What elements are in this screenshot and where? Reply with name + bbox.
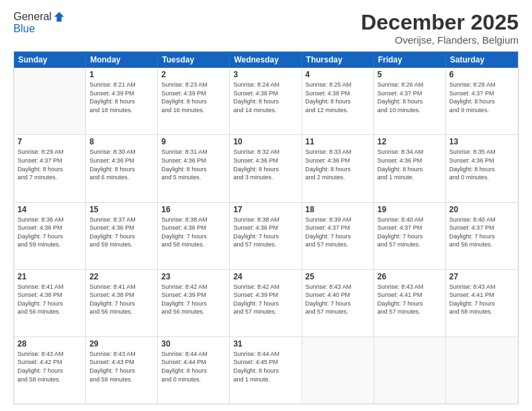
title-block: December 2025 Overijse, Flanders, Belgiu… <box>361 11 519 46</box>
cell-info: Sunrise: 8:43 AM Sunset: 4:42 PM Dayligh… <box>17 350 82 383</box>
day-number: 15 <box>89 205 154 214</box>
header-day-thursday: Thursday <box>302 52 374 68</box>
calendar-cell: 13Sunrise: 8:35 AM Sunset: 4:36 PM Dayli… <box>446 135 518 201</box>
calendar-cell: 24Sunrise: 8:42 AM Sunset: 4:39 PM Dayli… <box>230 270 302 336</box>
header-day-saturday: Saturday <box>446 52 518 68</box>
cell-info: Sunrise: 8:41 AM Sunset: 4:38 PM Dayligh… <box>17 283 82 316</box>
cell-info: Sunrise: 8:40 AM Sunset: 4:37 PM Dayligh… <box>449 216 515 249</box>
day-number: 20 <box>449 205 515 214</box>
calendar-cell: 19Sunrise: 8:40 AM Sunset: 4:37 PM Dayli… <box>374 203 446 269</box>
calendar-cell: 7Sunrise: 8:29 AM Sunset: 4:37 PM Daylig… <box>14 135 86 201</box>
calendar-cell: 18Sunrise: 8:39 AM Sunset: 4:37 PM Dayli… <box>302 203 374 269</box>
day-number: 13 <box>449 137 515 146</box>
cell-info: Sunrise: 8:42 AM Sunset: 4:39 PM Dayligh… <box>233 283 298 316</box>
calendar-cell <box>374 337 446 404</box>
day-number: 22 <box>89 272 154 281</box>
calendar-cell: 21Sunrise: 8:41 AM Sunset: 4:38 PM Dayli… <box>14 270 86 336</box>
cell-info: Sunrise: 8:37 AM Sunset: 4:36 PM Dayligh… <box>89 216 154 249</box>
calendar-cell: 8Sunrise: 8:30 AM Sunset: 4:36 PM Daylig… <box>86 135 158 201</box>
cell-info: Sunrise: 8:29 AM Sunset: 4:37 PM Dayligh… <box>17 148 82 181</box>
calendar-cell: 2Sunrise: 8:23 AM Sunset: 4:39 PM Daylig… <box>158 68 230 134</box>
cell-info: Sunrise: 8:43 AM Sunset: 4:43 PM Dayligh… <box>89 350 154 383</box>
calendar-cell: 17Sunrise: 8:38 AM Sunset: 4:36 PM Dayli… <box>230 203 302 269</box>
day-number: 14 <box>17 205 82 214</box>
cell-info: Sunrise: 8:35 AM Sunset: 4:36 PM Dayligh… <box>449 148 515 181</box>
cell-info: Sunrise: 8:39 AM Sunset: 4:37 PM Dayligh… <box>306 216 370 249</box>
day-number: 29 <box>89 339 154 349</box>
logo: General Blue <box>13 11 65 35</box>
calendar-row-3: 14Sunrise: 8:36 AM Sunset: 4:36 PM Dayli… <box>14 202 518 269</box>
cell-info: Sunrise: 8:41 AM Sunset: 4:38 PM Dayligh… <box>89 283 154 316</box>
location-title: Overijse, Flanders, Belgium <box>361 34 519 46</box>
calendar-row-1: 1Sunrise: 8:21 AM Sunset: 4:39 PM Daylig… <box>14 68 518 134</box>
calendar-cell: 9Sunrise: 8:31 AM Sunset: 4:36 PM Daylig… <box>158 135 230 201</box>
header-day-sunday: Sunday <box>14 52 86 68</box>
day-number: 17 <box>233 205 298 214</box>
cell-info: Sunrise: 8:43 AM Sunset: 4:41 PM Dayligh… <box>449 283 515 316</box>
cell-info: Sunrise: 8:43 AM Sunset: 4:40 PM Dayligh… <box>306 283 370 316</box>
day-number: 19 <box>378 205 442 214</box>
calendar-cell: 31Sunrise: 8:44 AM Sunset: 4:45 PM Dayli… <box>230 337 302 404</box>
day-number: 4 <box>306 70 370 79</box>
day-number: 18 <box>306 205 370 214</box>
day-number: 8 <box>89 137 154 146</box>
day-number: 28 <box>17 339 82 349</box>
calendar-cell: 28Sunrise: 8:43 AM Sunset: 4:42 PM Dayli… <box>14 337 86 404</box>
calendar-cell: 14Sunrise: 8:36 AM Sunset: 4:36 PM Dayli… <box>14 203 86 269</box>
calendar-cell: 10Sunrise: 8:32 AM Sunset: 4:36 PM Dayli… <box>230 135 302 201</box>
header: General Blue December 2025 Overijse, Fla… <box>13 11 519 46</box>
day-number: 1 <box>89 70 154 79</box>
cell-info: Sunrise: 8:26 AM Sunset: 4:37 PM Dayligh… <box>378 81 442 114</box>
day-number: 9 <box>161 137 226 146</box>
calendar-cell: 25Sunrise: 8:43 AM Sunset: 4:40 PM Dayli… <box>302 270 374 336</box>
header-day-wednesday: Wednesday <box>230 52 302 68</box>
logo-icon <box>53 11 65 23</box>
calendar-cell: 3Sunrise: 8:24 AM Sunset: 4:38 PM Daylig… <box>230 68 302 134</box>
calendar-cell <box>302 337 374 404</box>
day-number: 30 <box>161 339 226 349</box>
svg-marker-0 <box>54 12 64 21</box>
day-number: 26 <box>378 272 442 281</box>
calendar-cell: 6Sunrise: 8:28 AM Sunset: 4:37 PM Daylig… <box>446 68 518 134</box>
day-number: 11 <box>306 137 370 146</box>
calendar-cell: 27Sunrise: 8:43 AM Sunset: 4:41 PM Dayli… <box>446 270 518 336</box>
day-number: 5 <box>378 70 442 79</box>
cell-info: Sunrise: 8:32 AM Sunset: 4:36 PM Dayligh… <box>233 148 298 181</box>
day-number: 2 <box>161 70 226 79</box>
calendar-row-4: 21Sunrise: 8:41 AM Sunset: 4:38 PM Dayli… <box>14 269 518 336</box>
day-number: 16 <box>161 205 226 214</box>
day-number: 23 <box>161 272 226 281</box>
calendar-cell: 30Sunrise: 8:44 AM Sunset: 4:44 PM Dayli… <box>158 337 230 404</box>
day-number: 24 <box>233 272 298 281</box>
calendar-body: 1Sunrise: 8:21 AM Sunset: 4:39 PM Daylig… <box>14 68 518 404</box>
cell-info: Sunrise: 8:44 AM Sunset: 4:45 PM Dayligh… <box>233 350 298 383</box>
calendar-cell: 15Sunrise: 8:37 AM Sunset: 4:36 PM Dayli… <box>86 203 158 269</box>
calendar-cell <box>446 337 518 404</box>
calendar-cell: 11Sunrise: 8:33 AM Sunset: 4:36 PM Dayli… <box>302 135 374 201</box>
calendar-cell: 4Sunrise: 8:25 AM Sunset: 4:38 PM Daylig… <box>302 68 374 134</box>
calendar: SundayMondayTuesdayWednesdayThursdayFrid… <box>13 51 519 404</box>
day-number: 21 <box>17 272 82 281</box>
header-day-friday: Friday <box>374 52 446 68</box>
day-number: 6 <box>449 70 515 79</box>
cell-info: Sunrise: 8:34 AM Sunset: 4:36 PM Dayligh… <box>378 148 442 181</box>
cell-info: Sunrise: 8:25 AM Sunset: 4:38 PM Dayligh… <box>306 81 370 114</box>
day-number: 25 <box>306 272 370 281</box>
calendar-cell: 26Sunrise: 8:43 AM Sunset: 4:41 PM Dayli… <box>374 270 446 336</box>
month-title: December 2025 <box>361 11 519 34</box>
cell-info: Sunrise: 8:38 AM Sunset: 4:36 PM Dayligh… <box>161 216 226 249</box>
header-day-tuesday: Tuesday <box>158 52 230 68</box>
logo-blue-text: Blue <box>13 23 65 35</box>
calendar-cell: 29Sunrise: 8:43 AM Sunset: 4:43 PM Dayli… <box>86 337 158 404</box>
calendar-cell <box>14 68 86 134</box>
cell-info: Sunrise: 8:38 AM Sunset: 4:36 PM Dayligh… <box>233 216 298 249</box>
cell-info: Sunrise: 8:44 AM Sunset: 4:44 PM Dayligh… <box>161 350 226 383</box>
day-number: 7 <box>17 137 82 146</box>
cell-info: Sunrise: 8:33 AM Sunset: 4:36 PM Dayligh… <box>306 148 370 181</box>
cell-info: Sunrise: 8:31 AM Sunset: 4:36 PM Dayligh… <box>161 148 226 181</box>
cell-info: Sunrise: 8:28 AM Sunset: 4:37 PM Dayligh… <box>449 81 515 114</box>
calendar-cell: 20Sunrise: 8:40 AM Sunset: 4:37 PM Dayli… <box>446 203 518 269</box>
cell-info: Sunrise: 8:21 AM Sunset: 4:39 PM Dayligh… <box>89 81 154 114</box>
day-number: 10 <box>233 137 298 146</box>
cell-info: Sunrise: 8:42 AM Sunset: 4:39 PM Dayligh… <box>161 283 226 316</box>
